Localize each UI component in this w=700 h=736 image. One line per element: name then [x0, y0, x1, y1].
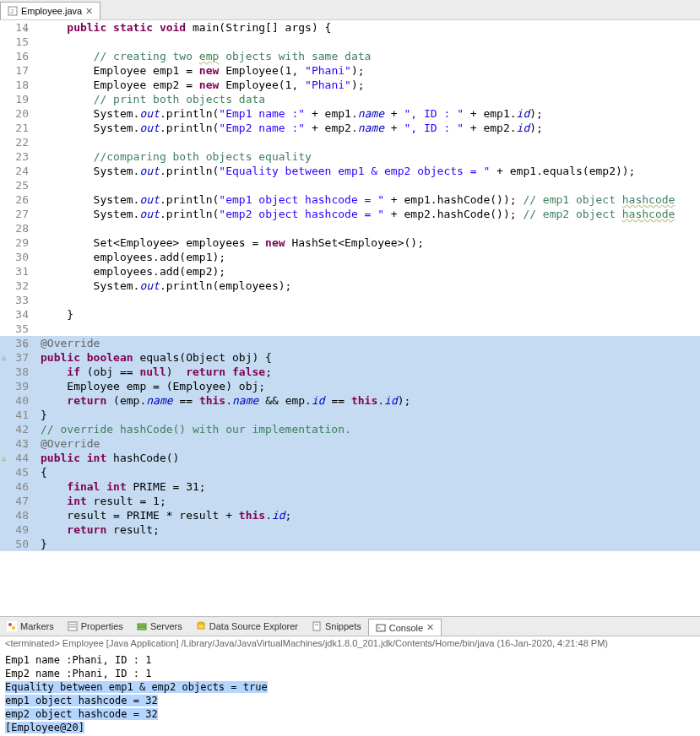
code-line[interactable]: 28 [0, 221, 700, 235]
line-number: 30 [0, 250, 34, 264]
markers-icon [7, 621, 17, 631]
code-line[interactable]: 29 Set<Employee> employees = new HashSet… [0, 235, 700, 250]
view-tab-servers[interactable]: Servers [130, 619, 189, 634]
console-line: [Employee@20] [5, 721, 695, 734]
code-line[interactable]: 34 } [0, 307, 700, 322]
view-tab-snippets[interactable]: Snippets [305, 619, 368, 634]
editor-tab-bar: J Employee.java ✕ [0, 0, 700, 20]
code-line[interactable]: 36@Override [0, 336, 700, 350]
code-line[interactable]: 47 int result = 1; [0, 494, 700, 508]
bottom-view-tabs: MarkersPropertiesServersData Source Expl… [0, 616, 700, 636]
code-content: @Override [41, 436, 700, 451]
code-content: Employee emp = (Employee) obj; [41, 379, 700, 393]
code-line[interactable]: 17 Employee emp1 = new Employee(1, "Phan… [0, 63, 700, 78]
console-output[interactable]: Emp1 name :Phani, ID : 1Emp2 name :Phani… [0, 652, 700, 736]
code-line[interactable]: 19 // print both objects data [0, 92, 700, 106]
code-content [41, 322, 700, 336]
line-number: 46 [0, 479, 34, 494]
code-content: public int hashCode() [41, 451, 700, 465]
code-line[interactable]: 23 //comparing both objects equality [0, 149, 700, 164]
code-content: // print both objects data [41, 92, 700, 106]
code-line[interactable]: 26 System.out.println("emp1 object hashc… [0, 192, 700, 207]
code-content: result = PRIME * result + this.id; [41, 508, 700, 522]
code-line[interactable]: 31 employees.add(emp2); [0, 264, 700, 279]
line-number: 49 [0, 522, 34, 537]
snippets-icon [312, 621, 322, 631]
line-number: 43 [0, 436, 34, 451]
code-line[interactable]: 15 [0, 35, 700, 49]
code-line[interactable]: 46 final int PRIME = 31; [0, 479, 700, 494]
code-content: if (obj == null) return false; [41, 365, 700, 379]
code-line[interactable]: 21 System.out.println("Emp2 name :" + em… [0, 121, 700, 135]
line-number: 39 [0, 379, 34, 393]
code-line[interactable]: 20 System.out.println("Emp1 name :" + em… [0, 106, 700, 121]
line-number: 41 [0, 408, 34, 422]
code-content: // creating two emp objects with same da… [41, 49, 700, 63]
code-line[interactable]: 37public boolean equals(Object obj) { [0, 350, 700, 365]
servers-icon [137, 621, 147, 631]
console-line: Emp1 name :Phani, ID : 1 [5, 653, 695, 667]
console-line: emp2 object hashcode = 32 [5, 707, 695, 721]
view-tab-label: Data Source Explorer [209, 621, 298, 631]
code-editor[interactable]: 14 public static void main(String[] args… [0, 20, 700, 616]
line-number: 38 [0, 365, 34, 379]
line-number: 22 [0, 135, 34, 149]
code-line[interactable]: 45{ [0, 465, 700, 479]
code-content: System.out.println("Emp2 name :" + emp2.… [41, 121, 700, 135]
code-content: Employee emp1 = new Employee(1, "Phani")… [41, 63, 700, 78]
code-content: employees.add(emp1); [41, 250, 700, 264]
code-content: final int PRIME = 31; [41, 479, 700, 494]
code-content: { [41, 465, 700, 479]
view-tab-label: Properties [81, 621, 123, 631]
code-content: System.out.println("Emp1 name :" + emp1.… [41, 106, 700, 121]
code-line[interactable]: 16 // creating two emp objects with same… [0, 49, 700, 63]
code-line[interactable]: 32 System.out.println(employees); [0, 279, 700, 293]
code-content: System.out.println("emp2 object hashcode… [41, 207, 700, 221]
code-content: Employee emp2 = new Employee(1, "Phani")… [41, 78, 700, 92]
view-tab-markers[interactable]: Markers [0, 619, 61, 634]
line-number: 26 [0, 192, 34, 207]
close-icon[interactable]: ✕ [85, 6, 93, 17]
svg-point-3 [8, 623, 12, 626]
code-line[interactable]: 30 employees.add(emp1); [0, 250, 700, 264]
code-line[interactable]: 48 result = PRIME * result + this.id; [0, 508, 700, 522]
code-content: // override hashCode() with our implemen… [41, 422, 700, 436]
code-line[interactable]: 39 Employee emp = (Employee) obj; [0, 379, 700, 393]
code-line[interactable]: 24 System.out.println("Equality between … [0, 164, 700, 178]
line-number: 25 [0, 178, 34, 192]
close-icon[interactable]: ✕ [426, 622, 434, 633]
view-tab-properties[interactable]: Properties [61, 619, 130, 634]
code-line[interactable]: 22 [0, 135, 700, 149]
code-line[interactable]: 50} [0, 537, 700, 551]
console-header: <terminated> Employee [Java Application]… [0, 636, 700, 652]
code-content: employees.add(emp2); [41, 264, 700, 279]
code-line[interactable]: 49 return result; [0, 522, 700, 537]
code-line[interactable]: 35 [0, 322, 700, 336]
code-line[interactable]: 14 public static void main(String[] args… [0, 20, 700, 35]
code-line[interactable]: 18 Employee emp2 = new Employee(1, "Phan… [0, 78, 700, 92]
code-line[interactable]: 40 return (emp.name == this.name && emp.… [0, 393, 700, 408]
line-number: 32 [0, 279, 34, 293]
code-line[interactable]: 43@Override [0, 436, 700, 451]
code-line[interactable]: 27 System.out.println("emp2 object hashc… [0, 207, 700, 221]
code-line[interactable]: 44public int hashCode() [0, 451, 700, 465]
line-number: 45 [0, 465, 34, 479]
code-line[interactable]: 33 [0, 293, 700, 307]
line-number: 27 [0, 207, 34, 221]
view-tab-console[interactable]: >_Console ✕ [368, 619, 442, 636]
code-line[interactable]: 38 if (obj == null) return false; [0, 365, 700, 379]
editor-tab-employee[interactable]: J Employee.java ✕ [0, 2, 100, 19]
svg-rect-12 [313, 622, 320, 630]
console-icon: >_ [376, 623, 386, 633]
code-content: System.out.println("emp1 object hashcode… [41, 192, 700, 207]
view-tab-label: Console [389, 623, 423, 633]
properties-icon [68, 621, 78, 631]
line-number: 47 [0, 494, 34, 508]
code-line[interactable]: 41} [0, 408, 700, 422]
code-content: //comparing both objects equality [41, 149, 700, 164]
view-tab-data-source-explorer[interactable]: Data Source Explorer [189, 619, 305, 634]
code-content: } [41, 307, 700, 322]
code-line[interactable]: 42// override hashCode() with our implem… [0, 422, 700, 436]
code-line[interactable]: 25 [0, 178, 700, 192]
line-number: 28 [0, 221, 34, 235]
